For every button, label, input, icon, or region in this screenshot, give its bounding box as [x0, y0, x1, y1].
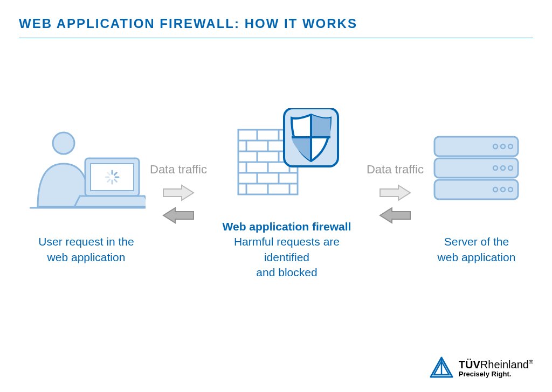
arrow-right-icon	[379, 184, 411, 204]
arrow-left-icon	[162, 207, 195, 226]
user-caption-line2: web application	[38, 250, 134, 265]
svg-point-0	[53, 132, 74, 154]
user-caption: User request in the web application	[38, 234, 134, 265]
user-column: User request in the web application	[27, 123, 146, 265]
server-caption-line2: web application	[438, 250, 516, 265]
traffic-left: Data traffic	[150, 163, 207, 226]
svg-rect-2	[91, 164, 134, 191]
arrow-right-icon	[162, 184, 195, 204]
user-laptop-icon	[27, 123, 146, 215]
waf-column: Web application firewall Harmful request…	[211, 108, 362, 280]
diagram-row: User request in the web application Data…	[19, 108, 533, 280]
brand-logo: TÜVRheinland® Precisely Right.	[430, 356, 533, 380]
waf-caption-line1: Harmful requests are identified	[211, 234, 362, 265]
brand-text: TÜVRheinland® Precisely Right.	[459, 359, 533, 378]
brand-tagline: Precisely Right.	[459, 370, 533, 378]
server-caption-line1: Server of the	[438, 234, 516, 249]
arrow-left-icon	[379, 207, 411, 226]
traffic-right-label: Data traffic	[367, 163, 424, 177]
brand-name-bold: TÜV	[459, 359, 480, 370]
brand-name-rest: Rheinland	[480, 359, 529, 370]
waf-caption: Web application firewall Harmful request…	[211, 219, 362, 280]
traffic-right: Data traffic	[367, 163, 424, 226]
server-column: Server of the web application	[428, 123, 525, 265]
server-caption: Server of the web application	[438, 234, 516, 265]
server-icon	[432, 123, 521, 215]
traffic-left-label: Data traffic	[150, 163, 207, 177]
page-title: WEB APPLICATION FIREWALL: HOW IT WORKS	[19, 16, 533, 38]
waf-heading: Web application firewall	[211, 219, 362, 234]
firewall-shield-icon	[233, 108, 341, 200]
brand-reg: ®	[529, 359, 533, 365]
waf-caption-line2: and blocked	[211, 265, 362, 280]
user-caption-line1: User request in the	[38, 234, 134, 249]
tuv-triangle-icon	[430, 356, 453, 380]
